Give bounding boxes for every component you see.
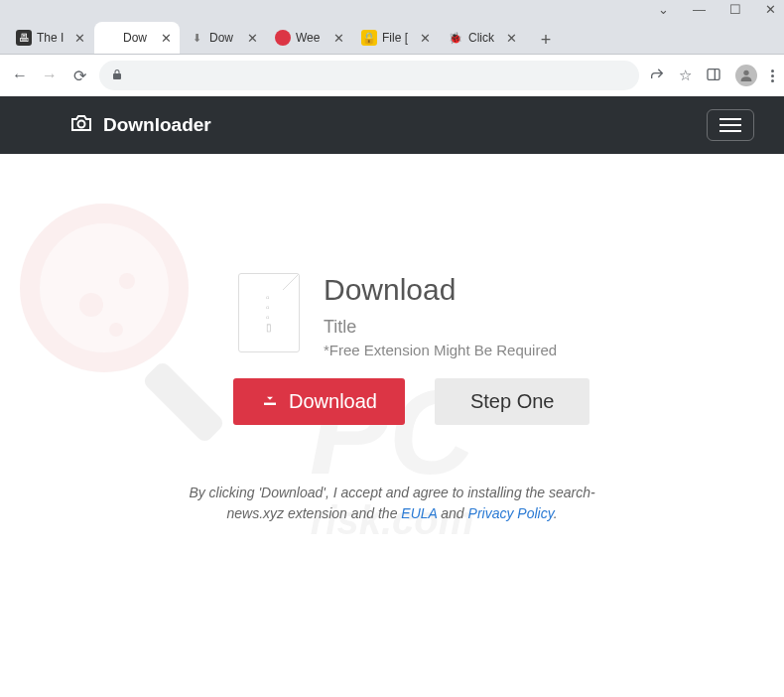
lock-icon bbox=[111, 69, 123, 83]
bookmark-star-icon[interactable]: ☆ bbox=[679, 67, 692, 84]
privacy-policy-link[interactable]: Privacy Policy bbox=[468, 505, 554, 521]
ladybug-icon: 🐞 bbox=[448, 30, 463, 46]
tab-2[interactable]: ⬇ Dow ✕ bbox=[181, 22, 266, 54]
disclaimer-suffix: . bbox=[554, 505, 558, 521]
profile-avatar[interactable] bbox=[735, 65, 757, 86]
tab-0[interactable]: 🖶 The I ✕ bbox=[8, 22, 93, 54]
svg-point-3 bbox=[78, 121, 85, 128]
brand-title: Downloader bbox=[103, 114, 211, 136]
printer-icon: 🖶 bbox=[16, 30, 32, 46]
download-icon: ⬇ bbox=[189, 30, 204, 46]
disclaimer-text: By clicking 'Download', I accept and agr… bbox=[169, 483, 615, 524]
tab-3[interactable]: Wee ✕ bbox=[267, 22, 352, 54]
extension-note: *Free Extension Might Be Required bbox=[324, 342, 557, 358]
eula-link[interactable]: EULA bbox=[401, 505, 437, 521]
back-button[interactable]: ← bbox=[10, 67, 30, 84]
download-arrow-icon bbox=[261, 390, 279, 413]
download-button-label: Download bbox=[289, 390, 377, 413]
zip-file-icon: ▫▫▫▯ bbox=[238, 273, 300, 352]
menu-dots-icon[interactable] bbox=[771, 70, 774, 82]
tab-title: Dow bbox=[123, 31, 156, 45]
tab-title: Wee bbox=[296, 31, 328, 45]
file-title: Title bbox=[324, 317, 557, 338]
magnifier-watermark-icon bbox=[20, 204, 238, 422]
tab-5[interactable]: 🐞 Click ✕ bbox=[440, 22, 525, 54]
tab-close-button[interactable]: ✕ bbox=[506, 31, 517, 46]
svg-point-2 bbox=[743, 70, 748, 75]
share-icon[interactable] bbox=[649, 67, 665, 85]
download-button[interactable]: Download bbox=[233, 378, 405, 425]
window-chevron-icon[interactable]: ⌄ bbox=[658, 2, 669, 17]
window-close-button[interactable]: ✕ bbox=[765, 2, 776, 17]
tab-title: Click bbox=[468, 31, 501, 45]
hamburger-icon bbox=[719, 118, 741, 132]
tab-close-button[interactable]: ✕ bbox=[161, 31, 172, 46]
tab-4[interactable]: 🔒 File [ ✕ bbox=[353, 22, 439, 54]
toolbar: ← → ⟳ ☆ bbox=[0, 55, 784, 96]
window-maximize-button[interactable]: ☐ bbox=[729, 2, 741, 17]
page-heading: Download bbox=[324, 273, 557, 307]
red-circle-icon bbox=[275, 30, 291, 46]
tab-close-button[interactable]: ✕ bbox=[333, 31, 344, 46]
tab-1-active[interactable]: Dow ✕ bbox=[94, 22, 180, 54]
address-bar[interactable] bbox=[99, 61, 639, 90]
svg-rect-4 bbox=[264, 403, 276, 405]
lock-yellow-icon: 🔒 bbox=[361, 30, 377, 46]
tab-strip: 🖶 The I ✕ Dow ✕ ⬇ Dow ✕ Wee ✕ 🔒 File [ ✕… bbox=[0, 18, 784, 54]
step-one-label: Step One bbox=[470, 390, 555, 413]
generic-icon bbox=[102, 30, 118, 46]
disclaimer-and: and bbox=[437, 505, 467, 521]
reload-button[interactable]: ⟳ bbox=[69, 67, 89, 85]
step-one-button[interactable]: Step One bbox=[435, 378, 590, 425]
tab-close-button[interactable]: ✕ bbox=[247, 31, 258, 46]
page-header: Downloader bbox=[0, 96, 784, 154]
tab-close-button[interactable]: ✕ bbox=[420, 31, 431, 46]
tab-title: Dow bbox=[209, 31, 242, 45]
side-panel-icon[interactable] bbox=[706, 67, 721, 85]
forward-button[interactable]: → bbox=[40, 67, 60, 84]
window-minimize-button[interactable]: — bbox=[693, 2, 706, 17]
tab-title: File [ bbox=[382, 31, 415, 45]
camera-icon bbox=[69, 111, 93, 139]
new-tab-button[interactable]: + bbox=[532, 26, 560, 54]
tab-close-button[interactable]: ✕ bbox=[74, 31, 85, 46]
svg-rect-0 bbox=[708, 69, 719, 79]
tab-title: The I bbox=[37, 31, 69, 45]
hamburger-menu-button[interactable] bbox=[707, 109, 754, 141]
